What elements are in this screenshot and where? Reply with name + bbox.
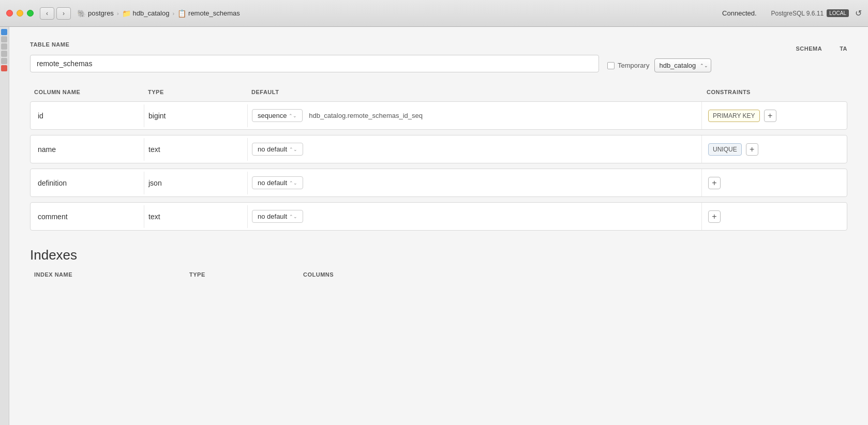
table-name-input[interactable] (30, 55, 599, 72)
col-type-id: bigint (144, 104, 248, 127)
pill-arrows-id: ⌃⌄ (289, 113, 297, 118)
breadcrumb-remote-label: remote_schemas (188, 9, 240, 17)
col-type-comment: text (144, 205, 248, 228)
strip-dot-2 (1, 36, 7, 42)
table-name-header: TABLE NAME (30, 41, 599, 48)
add-constraint-name-button[interactable]: + (746, 143, 758, 156)
ta-header-label: TA (840, 45, 847, 52)
constraint-cell-name: UNIQUE + (702, 136, 847, 163)
default-pill-label-comment: no default (258, 212, 287, 220)
constraint-cell-definition: + (702, 170, 847, 196)
schema-header-label: SCHEMA (796, 45, 822, 52)
strip-dot-3 (1, 43, 7, 50)
schema-select-wrapper: hdb_catalog (654, 58, 711, 72)
col-header-type: TYPE (144, 89, 247, 98)
default-pill-label-definition: no default (258, 179, 287, 187)
col-default-id: sequence ⌃⌄ hdb_catalog.remote_schemas_i… (248, 102, 702, 129)
breadcrumb-hdb-label: hdb_catalog (133, 9, 170, 17)
col-name-comment: comment (31, 205, 144, 228)
table-row: comment text no default ⌃⌄ + (30, 202, 847, 231)
maximize-button[interactable] (27, 10, 34, 17)
default-pill-label-name: no default (258, 145, 287, 153)
table-row: name text no default ⌃⌄ UNIQUE + (30, 135, 847, 163)
primary-key-badge: PRIMARY KEY (708, 110, 760, 122)
breadcrumb-hdb-catalog[interactable]: 📁 hdb_catalog (122, 9, 170, 18)
pill-arrows-comment: ⌃⌄ (289, 214, 297, 219)
breadcrumb-sep-2: › (172, 10, 174, 17)
pill-arrows-definition: ⌃⌄ (289, 180, 297, 186)
refresh-button[interactable]: ↺ (855, 8, 862, 18)
strip-dot-4 (1, 51, 7, 57)
app-body: TABLE NAME SCHEMA TA Temporary (0, 27, 868, 425)
constraint-cell-id: PRIMARY KEY + (702, 102, 847, 129)
index-col-header-name: INDEX NAME (30, 271, 185, 281)
unique-badge: UNIQUE (708, 143, 742, 156)
index-col-header-type: TYPE (185, 271, 299, 281)
default-value-id: hdb_catalog.remote_schemas_id_seq (309, 112, 423, 119)
add-constraint-id-button[interactable]: + (764, 110, 776, 122)
top-section: TABLE NAME SCHEMA TA Temporary (30, 41, 847, 77)
default-pill-definition[interactable]: no default ⌃⌄ (252, 176, 303, 189)
table-row: definition json no default ⌃⌄ + (30, 169, 847, 197)
table-icon: 📋 (177, 9, 186, 18)
schema-label-area: SCHEMA TA (796, 45, 847, 52)
col-type-name: text (144, 138, 248, 161)
col-header-default: DEFAULT (247, 89, 702, 98)
top-fields-row: Temporary hdb_catalog (30, 55, 847, 72)
table-name-label-area: TABLE NAME (30, 41, 599, 52)
col-type-definition: json (144, 172, 248, 194)
strip-dot-1 (1, 29, 7, 35)
col-default-name: no default ⌃⌄ (248, 135, 702, 163)
strip-dot-active (1, 65, 7, 71)
schema-select[interactable]: hdb_catalog (654, 58, 711, 72)
minimize-button[interactable] (17, 10, 23, 17)
nav-buttons: ‹ › (40, 7, 71, 20)
left-strip (0, 27, 9, 425)
folder-icon: 📁 (122, 9, 131, 18)
breadcrumb: 🐘 postgres › 📁 hdb_catalog › 📋 remote_sc… (77, 9, 708, 18)
breadcrumb-postgres[interactable]: 🐘 postgres (77, 9, 114, 18)
index-col-header-columns: COLUMNS (299, 271, 454, 281)
title-bar: ‹ › 🐘 postgres › 📁 hdb_catalog › 📋 remot… (0, 0, 868, 27)
add-constraint-comment-button[interactable]: + (708, 210, 721, 223)
col-name-name: name (31, 138, 144, 161)
temporary-label: Temporary (618, 62, 649, 69)
breadcrumb-sep-1: › (117, 10, 119, 17)
breadcrumb-remote-schemas[interactable]: 📋 remote_schemas (177, 9, 240, 18)
pill-arrows-name: ⌃⌄ (289, 147, 297, 152)
col-name-definition: definition (31, 172, 144, 194)
default-pill-name[interactable]: no default ⌃⌄ (252, 143, 303, 156)
indexes-title: Indexes (30, 247, 847, 263)
elephant-icon: 🐘 (77, 9, 86, 18)
breadcrumb-postgres-label: postgres (88, 9, 114, 17)
forward-button[interactable]: › (56, 7, 71, 20)
table-row: id bigint sequence ⌃⌄ hdb_catalog.remote… (30, 101, 847, 130)
strip-dot-5 (1, 58, 7, 64)
default-pill-id[interactable]: sequence ⌃⌄ (252, 109, 303, 122)
traffic-lights (6, 10, 34, 17)
col-headers: COLUMN NAME TYPE DEFAULT CONSTRAINTS (30, 89, 847, 98)
add-constraint-definition-button[interactable]: + (708, 177, 721, 189)
columns-section: COLUMN NAME TYPE DEFAULT CONSTRAINTS id … (30, 89, 847, 231)
col-header-name: COLUMN NAME (30, 89, 144, 98)
index-col-headers: INDEX NAME TYPE COLUMNS (30, 271, 847, 281)
back-button[interactable]: ‹ (40, 7, 54, 20)
connection-status: Connected. (714, 9, 765, 17)
col-default-comment: no default ⌃⌄ (248, 203, 702, 230)
schema-fields: Temporary hdb_catalog (607, 58, 711, 72)
pg-version-text: PostgreSQL 9.6.11 (771, 10, 824, 17)
constraint-cell-comment: + (702, 203, 847, 230)
header-labels-row: TABLE NAME SCHEMA TA (30, 41, 847, 52)
default-pill-label-id: sequence (258, 112, 287, 119)
temporary-checkbox[interactable] (607, 62, 615, 69)
col-name-id: id (31, 104, 144, 127)
temporary-group: Temporary (607, 62, 649, 69)
col-default-definition: no default ⌃⌄ (248, 169, 702, 196)
main-content: TABLE NAME SCHEMA TA Temporary (9, 27, 868, 425)
indexes-section: Indexes INDEX NAME TYPE COLUMNS (30, 247, 847, 281)
pg-version: PostgreSQL 9.6.11 LOCAL (771, 9, 849, 17)
local-badge: LOCAL (827, 9, 849, 17)
default-pill-comment[interactable]: no default ⌃⌄ (252, 210, 303, 223)
col-header-constraints: CONSTRAINTS (702, 89, 847, 98)
close-button[interactable] (6, 10, 13, 17)
